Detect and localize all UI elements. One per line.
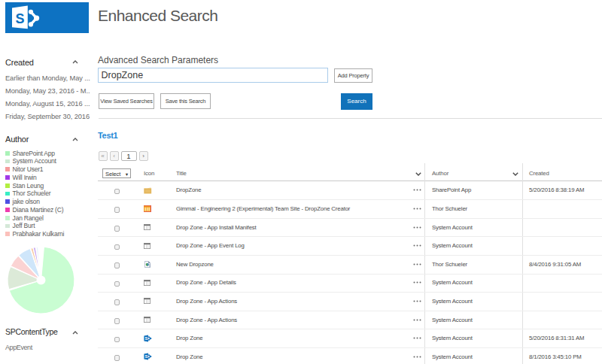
svg-text:S: S: [16, 11, 25, 26]
svg-text:S: S: [145, 336, 148, 341]
svg-text:S: S: [145, 354, 148, 359]
